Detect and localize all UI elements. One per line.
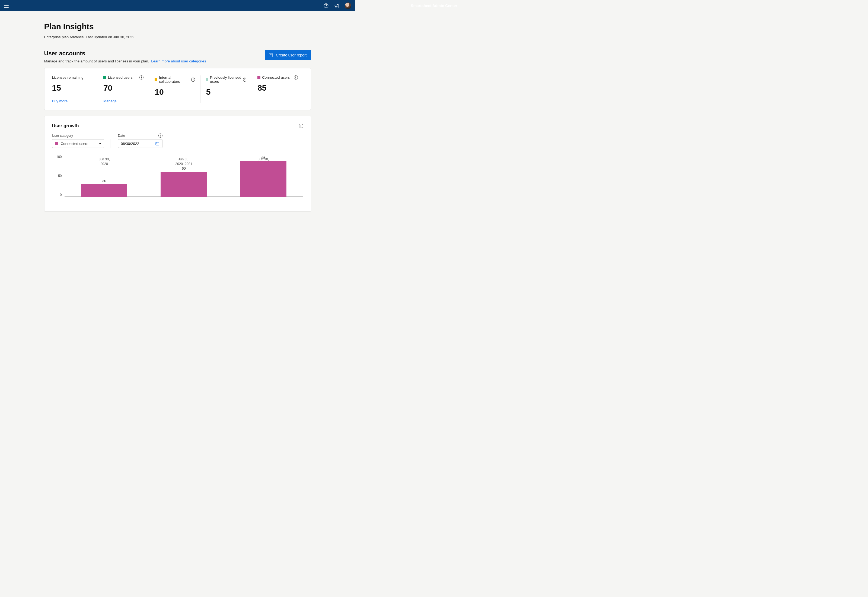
swatch-prev	[206, 78, 208, 81]
swatch-connected	[258, 76, 261, 79]
swatch-internal	[155, 78, 157, 81]
user-accounts-header: User accounts Manage and track the amoun…	[44, 50, 311, 63]
stat-value: 85	[258, 83, 298, 92]
stat-connected-users: Connected users i 85	[252, 76, 303, 103]
date-picker[interactable]: 06/30/2022	[118, 139, 163, 148]
stat-internal-collaborators: Internal collaborators i 10	[149, 76, 200, 103]
category-select[interactable]: Connected users	[52, 139, 104, 148]
user-growth-card: User growth i User category Connected us…	[44, 116, 311, 212]
info-icon[interactable]: i	[294, 76, 298, 80]
menu-icon[interactable]	[4, 4, 9, 7]
stat-label: Previously licensed users	[210, 76, 241, 83]
info-icon[interactable]: i	[158, 134, 163, 138]
app-header: Smartsheet Admin Center	[0, 0, 355, 11]
category-control: User category Connected users	[52, 134, 104, 148]
avatar[interactable]	[345, 3, 351, 9]
bar-value-label: 30	[81, 179, 127, 183]
swatch-licensed	[103, 76, 106, 79]
date-value: 06/30/2022	[121, 142, 139, 146]
stat-label: Internal collaborators	[159, 76, 190, 83]
info-icon[interactable]: i	[191, 77, 195, 82]
info-icon[interactable]: i	[139, 76, 144, 80]
stat-label: Licensed users	[108, 76, 133, 80]
chevron-down-icon	[99, 143, 101, 144]
stat-licenses-remaining: Licenses remaining 15 Buy more	[52, 76, 98, 103]
announcements-icon[interactable]	[334, 3, 340, 9]
y-tick: 50	[58, 174, 62, 178]
bar-value-label: 60	[161, 166, 207, 171]
page-subtitle: Enterprise plan Advance. Last updated on…	[44, 35, 311, 39]
stat-label: Licenses remaining	[52, 76, 83, 80]
report-icon	[268, 53, 273, 58]
info-icon[interactable]: i	[299, 124, 303, 128]
svg-rect-3	[156, 142, 159, 145]
bar: 60	[161, 155, 207, 197]
help-icon[interactable]	[323, 3, 329, 9]
stat-label: Connected users	[262, 76, 290, 80]
buy-more-link[interactable]: Buy more	[52, 99, 92, 103]
manage-link[interactable]: Manage	[103, 99, 144, 103]
create-user-report-button[interactable]: Create user report	[265, 50, 311, 60]
swatch-connected	[55, 142, 58, 145]
category-selected-value: Connected users	[61, 142, 89, 146]
page-title: Plan Insights	[44, 22, 311, 31]
user-growth-heading: User growth	[52, 123, 79, 129]
user-accounts-description: Manage and track the amount of users and…	[44, 59, 206, 63]
y-tick: 0	[60, 193, 62, 197]
learn-more-link[interactable]: Learn more about user categories	[151, 59, 206, 63]
bar-value-label: 85	[240, 156, 286, 160]
stat-previously-licensed: Previously licensed users i 5	[200, 76, 252, 103]
calendar-icon	[155, 141, 160, 146]
y-tick: 100	[56, 155, 62, 159]
user-growth-chart: 100 50 0 306085 Jun 30,2020Jun 30,2020–2…	[52, 155, 303, 205]
stats-card: Licenses remaining 15 Buy more Licensed …	[44, 68, 311, 110]
date-control: Date i 06/30/2022	[118, 134, 163, 148]
stat-value: 10	[155, 88, 195, 97]
stat-licensed-users: Licensed users i 70 Manage	[98, 76, 149, 103]
main-content: Plan Insights Enterprise plan Advance. L…	[0, 11, 355, 212]
svg-rect-4	[156, 144, 157, 144]
category-label: User category	[52, 134, 104, 138]
stat-value: 15	[52, 83, 92, 92]
bar: 30	[81, 155, 127, 197]
user-accounts-heading: User accounts	[44, 50, 206, 57]
stat-value: 5	[206, 88, 246, 97]
date-label: Date i	[118, 134, 163, 138]
bar: 85	[240, 155, 286, 197]
y-axis: 100 50 0	[52, 155, 65, 197]
info-icon[interactable]: i	[243, 77, 246, 82]
stat-value: 70	[103, 83, 144, 92]
svg-point-1	[326, 6, 326, 7]
